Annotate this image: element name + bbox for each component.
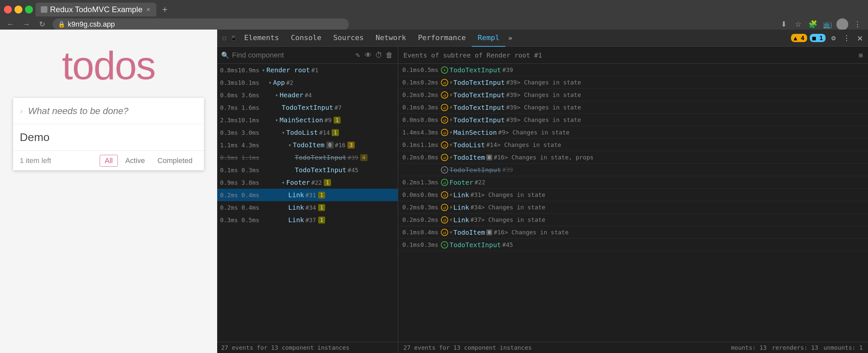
clock-icon: ↺ <box>441 154 448 161</box>
new-tab-button[interactable]: + <box>159 4 171 15</box>
devtools-more-icon[interactable]: ⋮ <box>841 33 852 43</box>
tab-network[interactable]: Network <box>370 30 412 47</box>
cast-icon[interactable]: 📺 <box>822 19 833 30</box>
events-layout-icon[interactable]: ⊞ <box>859 51 863 59</box>
tab-performance[interactable]: Performance <box>412 30 472 47</box>
tab-console[interactable]: Console <box>285 30 328 47</box>
tree-actions: ✎ 👁 ⏱ 🗑 <box>353 50 394 60</box>
tab-rempl[interactable]: Rempl <box>472 30 505 47</box>
tab-sources[interactable]: Sources <box>328 30 370 47</box>
clock-green-icon: ↺ <box>441 179 448 186</box>
active-tab[interactable]: Redux TodoMVC Example ✕ <box>35 3 156 16</box>
warnings-badge: ▲ 4 <box>791 34 807 42</box>
event-row: 0.1ms 0.3ms + TodoTextInput #45 <box>398 239 868 251</box>
clock-icon: ↺ <box>441 92 448 99</box>
devtools-actions: ▲ 4 ■ 1 ⚙ ⋮ ✕ <box>791 33 865 43</box>
tree-row[interactable]: 0.3ms 3.0ms ▾ TodoList #14 1 <box>217 126 398 139</box>
settings-icon[interactable]: ⚙ <box>828 33 839 43</box>
event-row: 0.1ms 1.1ms ↺ ⚡ TodoList #14 > Changes i… <box>398 139 868 151</box>
component-tree-panel: 🔍 ✎ 👁 ⏱ 🗑 0.8ms 10.9ms ▾ <box>217 47 398 353</box>
menu-icon[interactable]: ⋮ <box>852 19 863 30</box>
lightning-icon: ⚡ <box>450 217 453 223</box>
event-row: 0.0ms 0.0ms ↺ ⚡ TodoTextInput #39 > Chan… <box>398 114 868 126</box>
maximize-button[interactable] <box>25 6 33 13</box>
download-icon[interactable]: ⬇ <box>778 19 789 30</box>
event-row: 0.0ms 0.0ms ↺ ⚡ Link #31 > Changes in st… <box>398 189 868 201</box>
lightning-icon: ⚡ <box>450 92 453 98</box>
search-input[interactable] <box>232 51 350 60</box>
edit-icon[interactable]: ✎ <box>353 50 362 60</box>
filter-all-button[interactable]: All <box>100 155 118 167</box>
clock-icon[interactable]: ⏱ <box>374 50 383 60</box>
trash-icon[interactable]: 🗑 <box>385 50 394 60</box>
back-button[interactable]: ← <box>5 19 16 30</box>
tree-row[interactable]: 0.7ms 1.6ms TodoTextInput #7 <box>217 101 398 114</box>
clock-icon: ↺ <box>441 229 448 236</box>
events-footer: 27 events for 13 component instances mou… <box>398 342 868 353</box>
todo-container: › Demo 1 item left All Active Completed <box>13 98 204 170</box>
rempl-panel: 🔍 ✎ 👁 ⏱ 🗑 0.8ms 10.9ms ▾ <box>217 47 868 353</box>
filter-active-button[interactable]: Active <box>120 155 150 167</box>
tab-elements[interactable]: Elements <box>238 30 285 47</box>
tree-row[interactable]: 0.6ms 3.6ms ▾ Header #4 <box>217 89 398 101</box>
events-panel: Events of subtree of Render root #1 ⊞ 0.… <box>398 47 868 353</box>
forward-button[interactable]: → <box>21 19 32 30</box>
rerenders-count: rerenders: 13 <box>772 344 818 351</box>
event-row: 0.2ms 1.3ms ↺ Footer #22 <box>398 176 868 189</box>
tree-row[interactable]: 2.3ms 10.1ms ▾ MainSection #9 1 <box>217 114 398 126</box>
todo-item-text: Demo <box>20 131 50 144</box>
browser-chrome: Redux TodoMVC Example ✕ + ← → ↻ 🔒 k9n9g.… <box>0 0 868 30</box>
footer-stats: mounts: 13 rerenders: 13 unmounts: 1 <box>731 344 863 351</box>
extensions-icon[interactable]: 🧩 <box>807 19 818 30</box>
messages-badge: ■ 1 <box>810 34 826 42</box>
clock-icon: ↺ <box>441 216 448 223</box>
clock-icon: ↺ <box>441 141 448 148</box>
url-text: k9n9g.csb.app <box>68 20 115 29</box>
tree-row[interactable]: 0.1ms 0.3ms TodoTextInput #45 <box>217 164 398 176</box>
items-left-count: 1 item left <box>20 156 100 165</box>
tab-title: Redux TodoMVC Example <box>50 5 143 14</box>
devtools-panel: ⬚ 📱 Elements Console Sources Network Per… <box>217 30 868 353</box>
browser-actions: ⬇ ☆ 🧩 📺 ⋮ <box>778 19 863 30</box>
tree-row[interactable]: 0.8ms 10.9ms ▾ Render root #1 <box>217 64 398 76</box>
plus-icon: + <box>441 66 448 74</box>
devtools-tab-bar: ⬚ 📱 Elements Console Sources Network Per… <box>217 30 868 47</box>
cursor-icon[interactable]: ⬚ <box>220 34 229 43</box>
device-icon[interactable]: 📱 <box>229 34 238 43</box>
new-todo-input[interactable] <box>28 106 197 116</box>
tree-row[interactable]: 0.5ms 1.1ms TodoTextInput #39 4 <box>217 151 398 164</box>
mounts-count: mounts: 13 <box>731 344 767 351</box>
lock-icon: 🔒 <box>58 21 65 28</box>
lightning-icon: ⚡ <box>450 142 453 148</box>
clock-icon: ↺ <box>441 204 448 211</box>
close-button[interactable] <box>4 6 12 13</box>
clock-icon: ↺ <box>441 129 448 136</box>
toggle-all-icon[interactable]: › <box>20 106 23 116</box>
more-tabs-button[interactable]: » <box>505 34 515 42</box>
refresh-button[interactable]: ↻ <box>37 19 48 30</box>
bookmark-icon[interactable]: ☆ <box>793 19 804 30</box>
filter-buttons: All Active Completed <box>100 155 197 167</box>
tree-row[interactable]: 0.3ms 10.1ms ▾ App #2 <box>217 76 398 89</box>
tab-bar: Redux TodoMVC Example ✕ + <box>0 0 868 16</box>
filter-completed-button[interactable]: Completed <box>153 155 197 167</box>
event-row: 0.1ms 0.2ms ↺ ⚡ TodoTextInput #39 > Chan… <box>398 76 868 89</box>
event-row: 0.2ms 0.8ms ↺ ⚡ TodoItem 0 #16 > Changes… <box>398 151 868 164</box>
url-bar[interactable]: 🔒 k9n9g.csb.app <box>53 19 349 30</box>
minimize-button[interactable] <box>14 6 22 13</box>
event-row: 0.2ms 0.2ms ↺ ⚡ Link #37 > Changes in st… <box>398 214 868 226</box>
tree-row[interactable]: 0.3ms 0.5ms Link #37 1 <box>217 214 398 226</box>
tree-row[interactable]: 0.2ms 0.4ms Link #34 1 <box>217 201 398 214</box>
eye-icon[interactable]: 👁 <box>364 50 373 60</box>
clock-icon: ↺ <box>441 104 448 111</box>
tree-row[interactable]: 0.2ms 0.4ms Link #31 1 <box>217 189 398 201</box>
tree-row[interactable]: 0.9ms 3.8ms ▾ Footer #22 1 <box>217 176 398 189</box>
profile-avatar[interactable] <box>836 19 848 30</box>
lightning-icon: ⚡ <box>450 204 453 210</box>
tree-row[interactable]: 1.1ms 4.3ms ▾ TodoItem 0 #16 3 <box>217 139 398 151</box>
clock-icon: ↺ <box>441 116 448 123</box>
tab-close-button[interactable]: ✕ <box>145 7 151 12</box>
event-row: 0.2ms 0.2ms ↺ ⚡ TodoTextInput #39 > Chan… <box>398 89 868 101</box>
devtools-close-button[interactable]: ✕ <box>855 33 865 43</box>
events-list: 0.1ms 0.5ms + TodoTextInput #39 0.1ms 0.… <box>398 64 868 342</box>
